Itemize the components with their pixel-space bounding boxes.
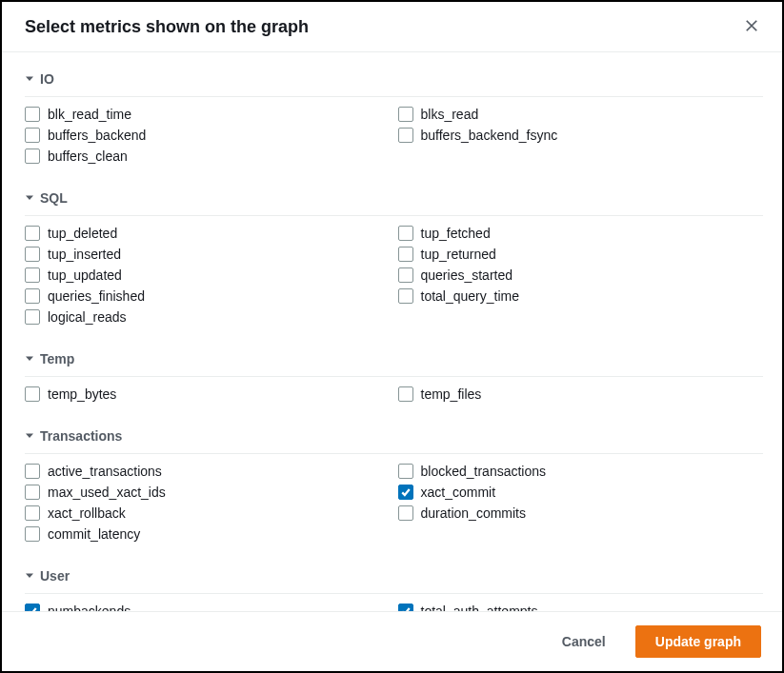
caret-down-icon (25, 190, 34, 206)
metric-item[interactable]: numbackends (25, 602, 391, 611)
metric-checkbox[interactable] (398, 107, 413, 122)
metric-checkbox[interactable] (398, 288, 413, 304)
metric-checkbox[interactable] (25, 604, 40, 611)
metric-checkbox[interactable] (398, 464, 413, 479)
section-title: IO (40, 71, 54, 87)
section-title: SQL (40, 190, 68, 206)
metric-label: commit_latency (48, 526, 140, 542)
update-graph-button[interactable]: Update graph (635, 625, 761, 658)
select-metrics-modal: Select metrics shown on the graph IOblk_… (0, 0, 784, 673)
metric-item[interactable]: buffers_backend (25, 126, 391, 145)
section-header[interactable]: Transactions (25, 419, 763, 454)
metric-item[interactable]: blocked_transactions (398, 462, 764, 481)
metric-item[interactable]: active_transactions (25, 462, 391, 481)
section-header[interactable]: User (25, 559, 763, 594)
metric-item[interactable]: tup_inserted (25, 245, 391, 264)
metric-checkbox[interactable] (25, 288, 40, 304)
metric-checkbox[interactable] (25, 309, 40, 325)
metric-checkbox[interactable] (25, 505, 40, 521)
modal-body[interactable]: IOblk_read_timeblks_readbuffers_backendb… (2, 52, 782, 611)
metric-checkbox[interactable] (25, 386, 40, 402)
metric-item[interactable]: xact_rollback (25, 504, 391, 523)
metric-checkbox[interactable] (25, 526, 40, 542)
metric-label: temp_bytes (48, 386, 116, 402)
metric-checkbox[interactable] (25, 485, 40, 500)
section-temp: Temptemp_bytestemp_files (25, 342, 778, 411)
metric-item[interactable]: queries_finished (25, 287, 391, 306)
section-items: tup_deletedtup_fetchedtup_insertedtup_re… (25, 224, 763, 334)
metric-label: tup_fetched (421, 226, 491, 241)
metric-checkbox[interactable] (25, 148, 40, 164)
section-items: temp_bytestemp_files (25, 385, 763, 411)
metric-label: buffers_backend (48, 128, 146, 143)
metric-checkbox[interactable] (398, 226, 413, 241)
metric-label: queries_started (421, 267, 513, 283)
metric-item[interactable]: total_auth_attempts (398, 602, 764, 611)
metric-item[interactable]: tup_returned (398, 245, 764, 264)
section-sql: SQLtup_deletedtup_fetchedtup_insertedtup… (25, 181, 778, 334)
metric-label: duration_commits (421, 505, 527, 521)
metric-item[interactable]: buffers_clean (25, 147, 391, 166)
metric-label: total_query_time (421, 288, 520, 304)
metric-item[interactable]: tup_fetched (398, 224, 764, 243)
metric-item[interactable]: logical_reads (25, 307, 391, 327)
metric-label: total_auth_attempts (421, 604, 538, 611)
metric-checkbox[interactable] (25, 464, 40, 479)
metric-item[interactable]: tup_updated (25, 266, 391, 285)
section-title: User (40, 568, 70, 584)
metric-item[interactable]: temp_bytes (25, 385, 391, 404)
metric-checkbox[interactable] (25, 226, 40, 241)
metric-item[interactable]: commit_latency (25, 525, 391, 544)
metric-label: active_transactions (48, 464, 162, 479)
metric-item[interactable]: max_used_xact_ids (25, 483, 391, 502)
metric-checkbox[interactable] (25, 267, 40, 283)
metric-checkbox[interactable] (25, 247, 40, 262)
section-items: active_transactionsblocked_transactionsm… (25, 462, 763, 551)
metric-label: tup_updated (48, 267, 122, 283)
section-title: Temp (40, 351, 74, 366)
metric-label: xact_rollback (48, 505, 126, 521)
metric-label: tup_inserted (48, 247, 121, 262)
metric-item[interactable]: total_query_time (398, 287, 764, 306)
metric-item[interactable]: queries_started (398, 266, 764, 285)
section-header[interactable]: IO (25, 62, 763, 97)
metric-checkbox[interactable] (398, 128, 413, 143)
metric-label: buffers_backend_fsync (421, 128, 558, 143)
section-header[interactable]: SQL (25, 181, 763, 216)
metric-item[interactable]: duration_commits (398, 504, 764, 523)
modal-title: Select metrics shown on the graph (25, 17, 309, 37)
section-header[interactable]: Temp (25, 342, 763, 377)
metric-checkbox[interactable] (398, 247, 413, 262)
close-button[interactable] (740, 15, 763, 38)
metric-label: tup_returned (421, 247, 496, 262)
metric-label: numbackends (48, 604, 131, 611)
modal-footer: Cancel Update graph (2, 611, 782, 671)
metric-label: xact_commit (421, 485, 496, 500)
metric-item[interactable]: tup_deleted (25, 224, 391, 243)
metric-item[interactable]: temp_files (398, 385, 764, 404)
metric-item[interactable]: buffers_backend_fsync (398, 126, 764, 145)
metric-item[interactable]: blk_read_time (25, 105, 391, 124)
metric-item[interactable]: blks_read (398, 105, 764, 124)
metric-checkbox[interactable] (398, 604, 413, 611)
section-io: IOblk_read_timeblks_readbuffers_backendb… (25, 62, 778, 173)
modal-header: Select metrics shown on the graph (2, 2, 782, 52)
metric-checkbox[interactable] (398, 505, 413, 521)
caret-down-icon (25, 428, 34, 444)
metric-checkbox[interactable] (25, 128, 40, 143)
metric-checkbox[interactable] (398, 386, 413, 402)
metric-label: blocked_transactions (421, 464, 547, 479)
metric-item[interactable]: xact_commit (398, 483, 764, 502)
section-transactions: Transactionsactive_transactionsblocked_t… (25, 419, 778, 551)
metric-label: max_used_xact_ids (48, 485, 166, 500)
metric-checkbox[interactable] (25, 107, 40, 122)
metric-label: logical_reads (48, 309, 127, 325)
metric-label: tup_deleted (48, 226, 117, 241)
section-title: Transactions (40, 428, 122, 444)
section-user: Usernumbackendstotal_auth_attempts (25, 559, 778, 611)
metric-label: blks_read (421, 107, 479, 122)
section-items: blk_read_timeblks_readbuffers_backendbuf… (25, 105, 763, 173)
metric-checkbox[interactable] (398, 485, 413, 500)
metric-checkbox[interactable] (398, 267, 413, 283)
cancel-button[interactable]: Cancel (542, 625, 626, 658)
